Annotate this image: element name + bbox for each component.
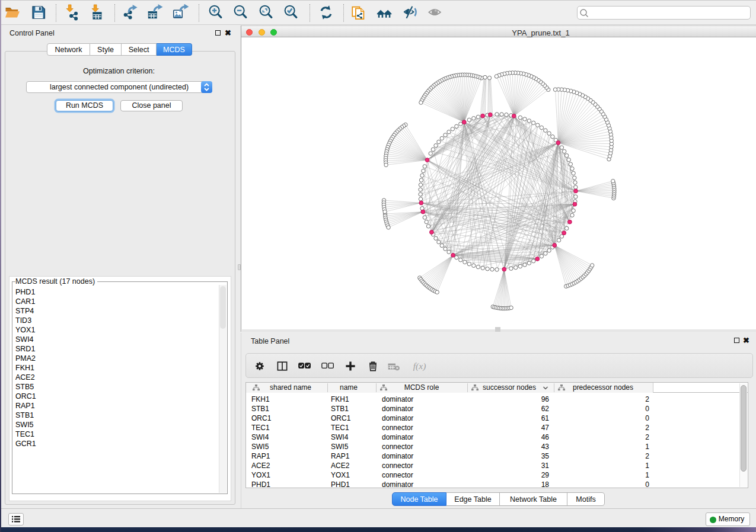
svg-text:f(x): f(x) xyxy=(413,361,426,371)
